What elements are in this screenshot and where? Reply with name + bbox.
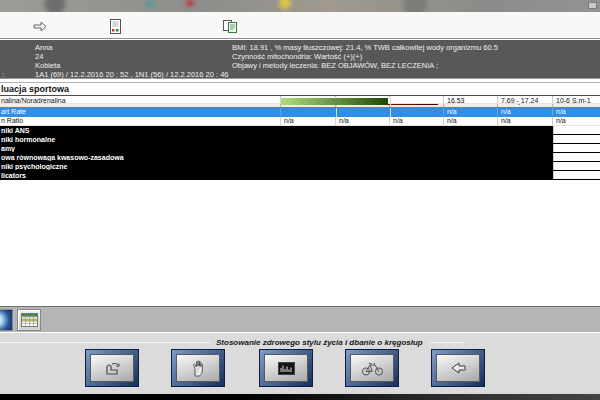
column-separator: [390, 97, 391, 106]
table-row[interactable]: art Raten/an/an/a: [0, 108, 600, 117]
section-row-filler: [553, 135, 600, 143]
globe-view-icon[interactable]: [0, 309, 13, 331]
section-row-filler: [553, 162, 600, 170]
value-cell: n/a: [553, 117, 600, 125]
table-view-icon[interactable]: [17, 309, 41, 331]
column-separator: [390, 108, 391, 117]
footer-panel: Stosowanie zdrowego stylu życia i dbanie…: [0, 332, 600, 392]
table-row: niki ANS: [0, 126, 600, 135]
section-row-label: amy: [0, 144, 553, 152]
patient-mito-line: Czynność mitochondria: Wartość (+)(+): [232, 52, 498, 61]
forward-arrow-icon[interactable]: [30, 18, 50, 35]
table-row: niki psychologiczne: [0, 162, 600, 171]
value-cell: 16.53: [444, 97, 498, 103]
cutoff-label: :: [2, 70, 4, 79]
section-row-filler: [553, 126, 600, 134]
section-row-label: licators: [0, 171, 553, 179]
back-arrow-icon: [436, 354, 480, 382]
bar-column-cell: n/a: [390, 117, 444, 125]
table-row: niki hormonalne: [0, 135, 600, 144]
hand-therapy-button[interactable]: [172, 350, 224, 386]
bar-zone: [281, 108, 444, 116]
value-cell: n/a: [553, 108, 600, 116]
value-cell: 7.69 - 17.24: [498, 97, 553, 103]
patient-sex: Kobieta: [35, 61, 228, 70]
bicycle-icon: [350, 354, 394, 382]
caption-rule-left: [0, 342, 210, 343]
value-cell: 10-6 S.m-1: [553, 97, 600, 103]
caption-rule-right: [429, 342, 465, 343]
exercise-button[interactable]: [346, 350, 398, 386]
table-body: art Raten/an/an/an Ration/an/an/an/an/an…: [0, 108, 600, 180]
bar-column-cell: n/a: [281, 117, 336, 125]
table-row: owa równowaga kwasowo-zasadowa: [0, 153, 600, 162]
banner-image: [0, 0, 600, 12]
row-name-cell: nalina/Noradrenalina: [0, 97, 281, 103]
section-title-bar: luacja sportowa: [0, 82, 600, 96]
patient-bmi-line: BMI: 18.91 , % masy tłuszczowej: 21.4, %…: [232, 43, 498, 52]
section-row-label: owa równowaga kwasowo-zasadowa: [0, 153, 553, 161]
frequency-button[interactable]: [260, 350, 312, 386]
hand-icon: [176, 354, 220, 382]
footer-caption: Stosowanie zdrowego stylu życia i dbanie…: [216, 338, 423, 347]
section-title: luacja sportowa: [0, 83, 600, 94]
patient-info-panel: : Anna 24 Kobieta 1A1 (69) / 12.2.2016 2…: [0, 40, 600, 79]
patient-exam-line: 1A1 (69) / 12.2.2016 20 : 52 , 1N1 (56) …: [35, 70, 228, 79]
armchair-arrow-icon: [90, 354, 134, 382]
results-table: niki PoniżejNormalnaPonadWartościNormyJe…: [0, 96, 600, 180]
window-bottom-edge: [0, 392, 600, 400]
patient-name: Anna: [35, 43, 228, 52]
banner-blur: [0, 0, 600, 12]
copy-icon[interactable]: [220, 18, 240, 35]
row-name-cell: art Rate: [0, 108, 281, 116]
section-row-filler: [553, 153, 600, 161]
section-row-filler: [553, 171, 600, 179]
report-page-icon[interactable]: [105, 18, 125, 35]
row-label: n Ratio: [1, 117, 23, 124]
section-row-filler: [553, 144, 600, 152]
table-row[interactable]: nalina/Noradrenalina16.537.69 - 17.2410-…: [0, 97, 600, 104]
value-cell: n/a: [444, 108, 498, 116]
section-row-label: niki ANS: [0, 126, 553, 134]
section-row-label: niki hormonalne: [0, 135, 553, 143]
table-row: licators: [0, 171, 600, 180]
column-separator: [336, 108, 337, 117]
result-bar: [281, 98, 388, 105]
row-link[interactable]: nalina/Noradrenalina: [1, 97, 66, 103]
section-row-label: niki psychologiczne: [0, 162, 553, 170]
view-switch-bar: [0, 306, 600, 332]
patient-symptoms-line: Objawy i metody leczenia: BEZ OBJAWÓW, B…: [232, 61, 498, 70]
table-row[interactable]: n Ration/an/an/an/an/an/a: [0, 117, 600, 126]
window-control-icon[interactable]: [588, 2, 597, 9]
toolbar: [0, 12, 600, 39]
value-cell: n/a: [498, 117, 553, 125]
bar-column-cell: n/a: [336, 117, 390, 125]
patient-age: 24: [35, 52, 228, 61]
bar-zone: [281, 97, 444, 103]
value-cell: n/a: [444, 117, 498, 125]
lifestyle-rest-button[interactable]: [86, 350, 138, 386]
back-button[interactable]: [432, 350, 484, 386]
row-name-cell: n Ratio: [0, 117, 281, 125]
window-bottom-bar: [0, 394, 600, 400]
equalizer-icon: [264, 354, 308, 382]
table-row: amy: [0, 144, 600, 153]
row-label: art Rate: [1, 108, 26, 115]
value-cell: n/a: [498, 108, 553, 116]
